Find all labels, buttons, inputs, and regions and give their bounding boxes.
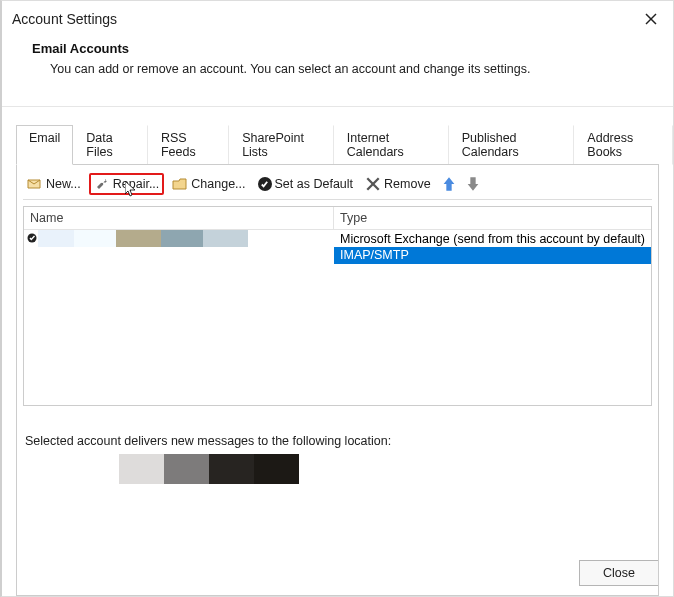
tab-address-books[interactable]: Address Books bbox=[574, 125, 673, 165]
change-button[interactable]: Change... bbox=[168, 174, 249, 194]
delivery-location-label: Selected account delivers new messages t… bbox=[23, 424, 652, 454]
account-name-cell bbox=[38, 230, 334, 247]
folder-change-icon bbox=[172, 176, 188, 192]
account-type-cell: IMAP/SMTP bbox=[334, 247, 651, 264]
envelope-new-icon bbox=[27, 176, 43, 192]
tabstrip: EmailData FilesRSS FeedsSharePoint Lists… bbox=[2, 107, 673, 165]
remove-label: Remove bbox=[384, 177, 431, 191]
default-account-check-icon bbox=[24, 232, 38, 246]
move-up-button[interactable] bbox=[439, 174, 459, 194]
account-type-cell: Microsoft Exchange (send from this accou… bbox=[334, 232, 651, 246]
tab-data-files[interactable]: Data Files bbox=[73, 125, 148, 165]
header-block: Email Accounts You can add or remove an … bbox=[2, 33, 673, 107]
column-type[interactable]: Type bbox=[334, 207, 651, 229]
tab-email[interactable]: Email bbox=[16, 125, 73, 165]
account-name-cell bbox=[38, 247, 334, 264]
window-title: Account Settings bbox=[12, 11, 117, 27]
list-header: Name Type bbox=[24, 207, 651, 230]
set-default-label: Set as Default bbox=[275, 177, 354, 191]
tab-panel-email: New... Repair... Change... bbox=[16, 164, 659, 596]
tab-sharepoint-lists[interactable]: SharePoint Lists bbox=[229, 125, 334, 165]
set-default-button[interactable]: Set as Default bbox=[254, 175, 358, 193]
account-row[interactable]: IMAP/SMTP bbox=[24, 247, 651, 264]
header-title: Email Accounts bbox=[32, 41, 653, 56]
header-subtitle: You can add or remove an account. You ca… bbox=[32, 62, 653, 76]
titlebar: Account Settings bbox=[2, 1, 673, 33]
location-swatch bbox=[209, 454, 254, 484]
account-settings-window: Account Settings Email Accounts You can … bbox=[0, 0, 674, 597]
arrow-down-icon bbox=[465, 176, 481, 192]
move-down-button[interactable] bbox=[463, 174, 483, 194]
delivery-location-swatches bbox=[23, 454, 652, 484]
location-swatch bbox=[164, 454, 209, 484]
location-swatch bbox=[254, 454, 299, 484]
wrench-icon bbox=[94, 176, 110, 192]
accounts-list: Name Type Microsoft Exchange (send from … bbox=[23, 206, 652, 406]
new-label: New... bbox=[46, 177, 81, 191]
delete-x-icon bbox=[365, 176, 381, 192]
close-icon[interactable] bbox=[639, 7, 663, 31]
tab-published-calendars[interactable]: Published Calendars bbox=[449, 125, 575, 165]
location-swatch bbox=[119, 454, 164, 484]
column-name[interactable]: Name bbox=[24, 207, 334, 229]
repair-label: Repair... bbox=[113, 177, 160, 191]
toolbar: New... Repair... Change... bbox=[23, 171, 652, 200]
remove-button[interactable]: Remove bbox=[361, 174, 435, 194]
change-label: Change... bbox=[191, 177, 245, 191]
arrow-up-icon bbox=[441, 176, 457, 192]
new-button[interactable]: New... bbox=[23, 174, 85, 194]
repair-button[interactable]: Repair... bbox=[89, 173, 165, 195]
account-row[interactable]: Microsoft Exchange (send from this accou… bbox=[24, 230, 651, 247]
tab-internet-calendars[interactable]: Internet Calendars bbox=[334, 125, 449, 165]
check-circle-icon bbox=[258, 177, 272, 191]
tab-rss-feeds[interactable]: RSS Feeds bbox=[148, 125, 229, 165]
